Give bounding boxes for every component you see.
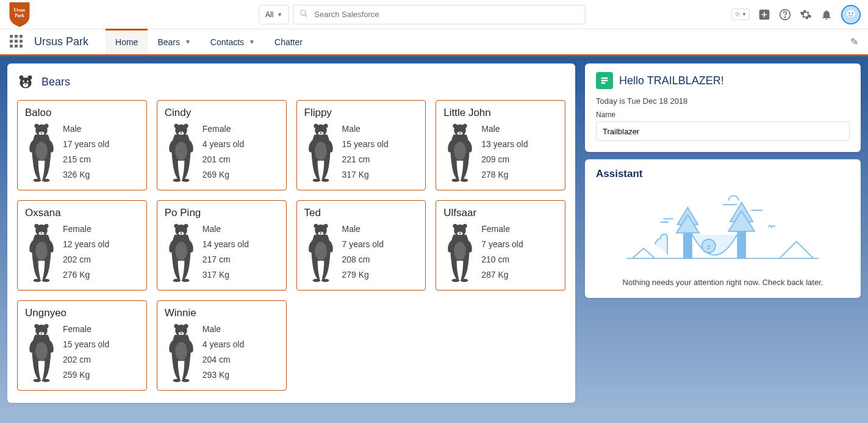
bear-sex: Male — [481, 123, 528, 136]
bear-stats: Male 15 years old 221 cm 317 Kg — [342, 123, 389, 181]
svg-text:Park: Park — [15, 12, 24, 18]
notification-bell-icon[interactable] — [820, 9, 833, 21]
bear-card[interactable]: Flippy Male 15 years old 221 cm 317 Kg — [296, 100, 426, 190]
bear-height: 202 cm — [63, 353, 109, 366]
nav-tab-label: Home — [115, 37, 138, 47]
bear-name: Po Ping — [165, 207, 279, 219]
bear-weight: 326 Kg — [63, 168, 109, 181]
bear-name: Little John — [443, 107, 558, 119]
app-navbar: Ursus Park HomeBears▼Contacts▼Chatter ✎ — [0, 29, 868, 56]
bear-weight: 278 Kg — [481, 168, 528, 181]
bear-age: 4 years old — [203, 338, 244, 351]
bear-card[interactable]: Baloo Male 17 years old 215 cm 326 Kg — [17, 100, 147, 190]
global-search: All ▼ — [259, 5, 586, 24]
edit-nav-icon[interactable]: ✎ — [850, 36, 858, 48]
bear-weight: 276 Kg — [63, 269, 109, 281]
caret-down-icon: ▼ — [742, 12, 747, 17]
chevron-down-icon[interactable]: ▼ — [185, 38, 191, 45]
nav-tab-chatter[interactable]: Chatter — [265, 29, 312, 54]
svg-point-10 — [852, 12, 853, 13]
bear-name: Ulfsaar — [443, 207, 558, 219]
bear-name: Ungnyeo — [25, 307, 139, 319]
bear-sex: Female — [481, 223, 523, 236]
setup-gear-icon[interactable] — [800, 9, 812, 21]
name-field-label: Name — [596, 110, 850, 119]
bear-height: 202 cm — [63, 253, 109, 266]
star-icon: ☆ — [734, 10, 741, 18]
bear-weight: 293 Kg — [203, 369, 244, 381]
caret-down-icon: ▼ — [277, 12, 282, 18]
bears-card: Bears Baloo Male 17 years old 215 cm 326… — [7, 63, 575, 403]
app-name: Ursus Park — [34, 35, 88, 48]
bear-stats: Female 4 years old 201 cm 269 Kg — [203, 123, 244, 181]
search-icon — [299, 9, 308, 20]
assistant-empty-text: Nothing needs your attention right now. … — [596, 278, 850, 287]
bear-silhouette-icon — [165, 323, 198, 383]
hello-card-icon — [596, 72, 613, 89]
svg-point-17 — [25, 83, 27, 84]
nav-tab-label: Bears — [157, 37, 180, 47]
bear-weight: 269 Kg — [203, 168, 244, 181]
bear-card[interactable]: Winnie Male 4 years old 204 cm 293 Kg — [157, 300, 287, 391]
search-box[interactable] — [293, 5, 586, 24]
assistant-card: Assistant z — [585, 159, 861, 298]
bear-age: 15 years old — [342, 138, 389, 151]
bear-stats: Male 14 years old 217 cm 317 Kg — [203, 223, 249, 281]
bear-age: 4 years old — [203, 138, 244, 151]
sidebar: Hello TRAILBLAZER! Today is Tue Dec 18 2… — [585, 63, 861, 298]
bear-height: 209 cm — [481, 153, 528, 166]
bear-sex: Male — [342, 123, 389, 136]
app-launcher-icon[interactable] — [10, 35, 24, 49]
today-date: Today is Tue Dec 18 2018 — [596, 96, 850, 106]
bear-card[interactable]: Little John Male 13 years old 209 cm 278… — [436, 100, 565, 190]
bear-card[interactable]: Po Ping Male 14 years old 217 cm 317 Kg — [157, 200, 287, 291]
park-logo: Ursus Park — [7, 1, 32, 28]
help-icon[interactable] — [779, 9, 791, 21]
favorites-button[interactable]: ☆ ▼ — [731, 9, 750, 20]
user-avatar[interactable] — [841, 5, 861, 24]
bear-name: Cindy — [165, 107, 279, 119]
bear-weight: 287 Kg — [481, 269, 523, 281]
add-button[interactable] — [758, 9, 770, 21]
bear-silhouette-icon — [25, 323, 58, 383]
hello-card: Hello TRAILBLAZER! Today is Tue Dec 18 2… — [585, 63, 861, 152]
bear-sex: Female — [63, 223, 109, 236]
bear-card[interactable]: Oxsana Female 12 years old 202 cm 276 Kg — [17, 200, 147, 291]
bear-weight: 317 Kg — [203, 269, 249, 281]
bears-grid: Baloo Male 17 years old 215 cm 326 Kg Ci… — [17, 100, 565, 391]
bear-age: 7 years old — [481, 238, 523, 251]
bear-card[interactable]: Ungnyeo Female 15 years old 202 cm 259 K… — [17, 300, 147, 391]
bear-stats: Female 12 years old 202 cm 276 Kg — [63, 223, 109, 281]
search-scope-dropdown[interactable]: All ▼ — [259, 5, 289, 24]
chevron-down-icon[interactable]: ▼ — [249, 38, 255, 45]
bear-card[interactable]: Ulfsaar Female 7 years old 210 cm 287 Kg — [436, 200, 565, 291]
bear-height: 215 cm — [63, 153, 109, 166]
bear-sex: Female — [63, 323, 109, 336]
bear-stats: Female 7 years old 210 cm 287 Kg — [481, 223, 523, 281]
global-header: Ursus Park All ▼ ☆ ▼ — [0, 0, 868, 29]
bear-stats: Male 4 years old 204 cm 293 Kg — [203, 323, 244, 381]
nav-tab-contacts[interactable]: Contacts▼ — [201, 29, 265, 54]
bear-height: 208 cm — [342, 253, 384, 266]
bear-card[interactable]: Ted Male 7 years old 208 cm 279 Kg — [296, 200, 426, 291]
bear-height: 201 cm — [203, 153, 244, 166]
nav-tab-home[interactable]: Home — [106, 29, 148, 54]
bear-stats: Male 7 years old 208 cm 279 Kg — [342, 223, 384, 281]
bear-sex: Female — [203, 123, 244, 136]
search-scope-label: All — [265, 10, 273, 19]
bear-height: 221 cm — [342, 153, 389, 166]
bear-name: Baloo — [25, 107, 139, 119]
bear-silhouette-icon — [165, 223, 198, 283]
bear-silhouette-icon — [25, 223, 58, 283]
search-input[interactable] — [314, 10, 579, 19]
name-input[interactable] — [596, 121, 850, 141]
bear-weight: 259 Kg — [63, 369, 109, 381]
svg-point-2 — [301, 10, 306, 15]
bears-header: Bears — [17, 73, 565, 90]
svg-text:Ursus: Ursus — [14, 7, 25, 12]
bear-card[interactable]: Cindy Female 4 years old 201 cm 269 Kg — [157, 100, 287, 190]
svg-line-3 — [305, 14, 307, 16]
bear-name: Oxsana — [25, 207, 139, 219]
nav-tab-bears[interactable]: Bears▼ — [148, 29, 200, 54]
bear-weight: 279 Kg — [342, 269, 384, 281]
